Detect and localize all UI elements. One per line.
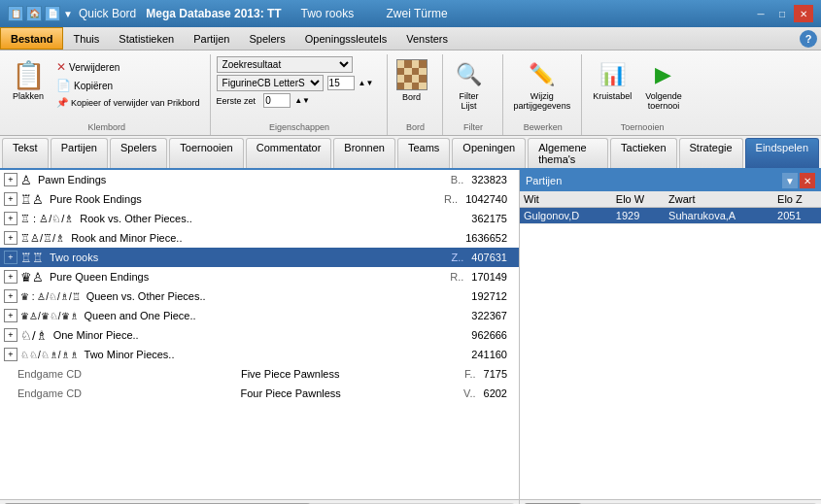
tab-spelers[interactable]: Spelers (110, 138, 167, 168)
cb-cell (404, 83, 412, 90)
tab-commentator[interactable]: Commentator (246, 138, 332, 168)
cb-cell (397, 60, 405, 68)
close-button[interactable]: ✕ (794, 5, 813, 22)
tab-tactieken[interactable]: Tactieken (610, 138, 676, 168)
list-item[interactable]: + ♖♖ Two rooks Z.. 407631 (0, 248, 519, 267)
tab-openingen[interactable]: Openingen (452, 138, 526, 168)
expand-button[interactable]: + (4, 289, 17, 303)
help-button[interactable]: ? (800, 30, 817, 48)
tab-toernooien[interactable]: Toernooien (169, 138, 243, 168)
table-body: Gulgonov,D 1929 Suharukova,A 2051 (520, 208, 821, 224)
app-icon-3: 📄 (45, 6, 60, 21)
kopieren-icon: 📄 (56, 79, 71, 92)
expand-button[interactable]: + (4, 212, 17, 225)
item-letter: R.. (450, 271, 463, 283)
tab-strategie[interactable]: Strategie (679, 138, 743, 168)
menu-item-statistieken[interactable]: Statistieken (109, 27, 184, 50)
kruistabel-button[interactable]: 📊 Kruistabel (588, 56, 636, 105)
ribbon-group-bewerken: ✏️ Wijzigpartijgegevens Bewerken (505, 54, 583, 135)
verwijderen-label: Verwijderen (69, 62, 120, 73)
left-horizontal-scrollbar[interactable] (0, 499, 519, 504)
menu-item-bestand[interactable]: Bestand (0, 27, 63, 50)
menu-item-openings[interactable]: Openingssleutels (295, 27, 396, 50)
expand-button[interactable]: + (4, 348, 17, 361)
expand-button[interactable]: + (4, 231, 17, 245)
item-count: 407631 (471, 252, 515, 263)
expand-button[interactable]: + (4, 309, 17, 322)
tab-teams[interactable]: Teams (397, 138, 450, 168)
list-item[interactable]: + ♘/♗ One Minor Piece.. 962666 (0, 325, 519, 345)
list-item[interactable]: + ♘♘/♘♗/♗♗ Two Minor Pieces.. 241160 (0, 345, 519, 364)
list-item[interactable]: + ♛♙/♛♘/♛♗ Queen and One Piece.. 322367 (0, 306, 519, 325)
expand-button[interactable]: + (4, 270, 17, 284)
expand-button[interactable]: + (4, 328, 17, 342)
tabs-bar: Tekst Partijen Spelers Toernooien Commen… (0, 136, 821, 170)
panel-dropdown-button[interactable]: ▼ (782, 173, 798, 188)
list-item[interactable]: + ♖ : ♙/♘/♗ Rook vs. Other Pieces.. 3621… (0, 209, 519, 228)
col-zwart[interactable]: Zwart (665, 191, 773, 208)
item-letter: F.. (464, 368, 476, 380)
right-header-actions: ▼ ✕ (782, 173, 815, 188)
ribbon-klembord-col: ✕ Verwijderen 📄 Kopiëren 📌 Kopieer of ve… (52, 56, 204, 110)
ribbon-group-filter: 🔍 FilterLijst Filter (445, 54, 503, 135)
tab-eindspelen[interactable]: Eindspelen (745, 138, 819, 168)
menu-item-partijen[interactable]: Partijen (184, 27, 239, 50)
item-letter: Z.. (451, 252, 463, 263)
dropdown-arrow[interactable]: ▼ (63, 9, 73, 19)
menu-item-vensters[interactable]: Vensters (396, 27, 458, 50)
tab-bronnen[interactable]: Bronnen (333, 138, 395, 168)
ribbon-group-toernooien: 📊 Kruistabel ▶ Volgendetoernooi Toernooi… (584, 54, 701, 135)
volgende-toernooi-button[interactable]: ▶ Volgendetoernooi (640, 56, 687, 115)
kruistabel-icon: 📊 (597, 59, 628, 90)
menu-item-spelers[interactable]: Spelers (239, 27, 294, 50)
expand-button[interactable]: + (4, 192, 17, 206)
tab-algemene-themas[interactable]: Algemene thema's (528, 138, 608, 168)
col-wit[interactable]: Wit (520, 191, 612, 208)
bord-button[interactable]: Bord (393, 56, 430, 105)
maximize-button[interactable]: □ (772, 5, 792, 22)
piece-icon: ♘/♗ (20, 328, 48, 343)
menu-item-thuis[interactable]: Thuis (63, 27, 109, 50)
wijzig-icon: ✏️ (527, 59, 558, 90)
list-item[interactable]: + ♙ Pawn Endings B.. 323823 (0, 170, 519, 189)
plakken-button[interactable]: 📋 Plakken (8, 56, 49, 105)
first-move-input[interactable] (263, 93, 291, 108)
item-letter: B.. (451, 174, 463, 185)
minimize-button[interactable]: ─ (751, 5, 770, 22)
size-spinner[interactable]: ▲▼ (359, 79, 374, 87)
font-size-input[interactable] (327, 76, 355, 90)
col-elo-w[interactable]: Elo W (612, 191, 665, 208)
list-item[interactable]: + ♛ : ♙/♘/♗/♖ Queen vs. Other Pieces.. 1… (0, 286, 519, 306)
bord-group-label: Bord (390, 122, 442, 132)
expand-button[interactable]: + (4, 251, 17, 264)
col-elo-z[interactable]: Elo Z (773, 191, 821, 208)
right-horizontal-scrollbar[interactable] (520, 499, 821, 504)
cell-elo-z: 2051 (773, 208, 821, 224)
kruistabel-label: Kruistabel (593, 92, 632, 102)
kopieren-button[interactable]: 📄 Kopiëren (52, 77, 204, 94)
verwijderen-button[interactable]: ✕ Verwijderen (52, 58, 204, 76)
item-name: Rook vs. Other Pieces.. (80, 213, 456, 224)
panel-close-button[interactable]: ✕ (800, 173, 815, 188)
list-item[interactable]: Endgame CD Four Piece Pawnless V.. 6202 (0, 384, 519, 403)
list-item[interactable]: + ♛♙ Pure Queen Endings R.. 170149 (0, 267, 519, 286)
item-count: 241160 (471, 349, 515, 360)
kopieer-label: Kopieer of verwijder van Prikbord (71, 98, 200, 108)
kopieer-icon: 📌 (56, 97, 68, 108)
tab-partijen[interactable]: Partijen (51, 138, 108, 168)
filter-lijst-button[interactable]: 🔍 FilterLijst (449, 56, 490, 115)
zoekresultaat-dropdown[interactable]: Zoekresultaat (217, 56, 353, 73)
wijzig-button[interactable]: ✏️ Wijzigpartijgegevens (509, 56, 576, 115)
font-dropdown[interactable]: FigurineCB LetterS (217, 75, 324, 91)
table-row[interactable]: Gulgonov,D 1929 Suharukova,A 2051 (520, 208, 821, 224)
piece-icon: ♛ : ♙/♘/♗/♖ (20, 291, 81, 302)
item-count: 1636652 (465, 232, 515, 244)
expand-button[interactable]: + (4, 173, 17, 186)
list-item[interactable]: Endgame CD Five Piece Pawnless F.. 7175 (0, 364, 519, 384)
wijzig-label: Wijzigpartijgegevens (514, 92, 571, 112)
first-move-spinner[interactable]: ▲▼ (294, 96, 310, 105)
kopieer-verwijder-button[interactable]: 📌 Kopieer of verwijder van Prikbord (52, 95, 204, 110)
tab-tekst[interactable]: Tekst (2, 138, 49, 168)
list-item[interactable]: + ♖♙/♖/♗ Rook and Minor Piece.. 1636652 (0, 228, 519, 248)
list-item[interactable]: + ♖♙ Pure Rook Endings R.. 1042740 (0, 189, 519, 209)
